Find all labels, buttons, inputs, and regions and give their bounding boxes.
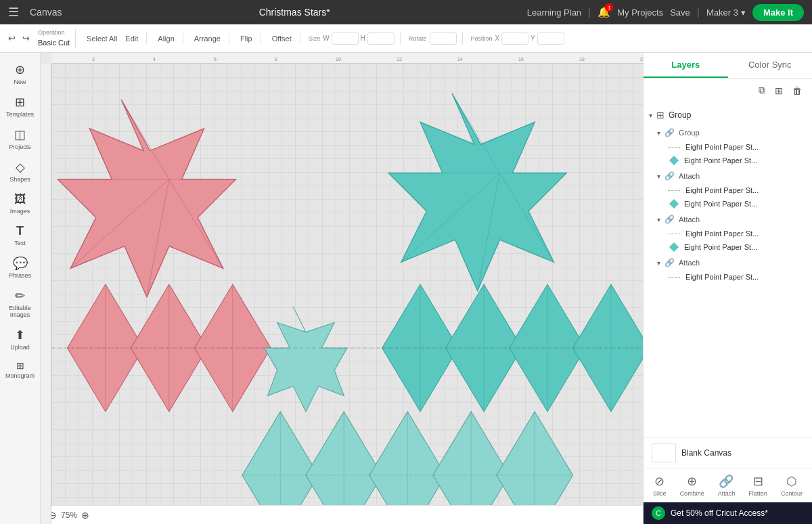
- edit-button[interactable]: Edit: [122, 33, 141, 44]
- layer-item-3-1[interactable]: Eight Point Paper St...: [644, 227, 812, 240]
- ruler-mark-6: 6: [214, 57, 217, 62]
- zoom-in-button[interactable]: ⊕: [81, 510, 89, 521]
- attach-chevron-2-icon: ▾: [657, 173, 660, 180]
- select-all-button[interactable]: Select All: [84, 33, 120, 44]
- right-tabs: Layers Color Sync: [644, 53, 812, 79]
- attach-label-2: Attach: [679, 172, 700, 180]
- make-it-button[interactable]: Make It: [752, 4, 804, 21]
- position-label: Position: [471, 35, 493, 42]
- duplicate-layer-button[interactable]: ⧉: [757, 83, 767, 98]
- combine-action[interactable]: ⊕ Combine: [680, 474, 704, 497]
- attach-header-4[interactable]: ▾ 🔗 Attach: [644, 255, 812, 270]
- sidebar-item-phrases[interactable]: 💬 Phrases: [3, 252, 38, 283]
- offset-button[interactable]: Offset: [269, 33, 294, 44]
- sidebar-item-upload[interactable]: ⬆ Upload: [3, 324, 38, 355]
- zoom-bar: ⊖ 75% ⊕: [41, 505, 643, 524]
- layer-item-2-1[interactable]: Eight Point Paper St...: [644, 183, 812, 197]
- ruler-mark-8: 8: [275, 57, 277, 62]
- menu-icon[interactable]: ☰: [8, 5, 19, 20]
- rotate-label: Rotate: [409, 35, 427, 42]
- attach-action[interactable]: 🔗 Attach: [718, 474, 736, 497]
- my-projects-link[interactable]: My Projects: [617, 7, 663, 18]
- flip-button[interactable]: Flip: [238, 33, 255, 44]
- ruler-mark-12: 12: [397, 57, 402, 62]
- phrases-icon: 💬: [13, 256, 28, 271]
- attach-chevron-3-icon: ▾: [657, 216, 660, 223]
- dashed-line-icon-3: [668, 234, 680, 234]
- size-h-input[interactable]: [367, 32, 394, 45]
- ruler-left: [41, 64, 51, 524]
- layer-item-3-2[interactable]: Eight Point Paper St...: [644, 240, 812, 254]
- sidebar-item-monogram[interactable]: ⊞ Monogram: [3, 356, 38, 383]
- topbar: ☰ Canvas Christmas Stars* Learning Plan …: [0, 0, 812, 24]
- size-w-input[interactable]: [332, 32, 359, 45]
- canvas-content[interactable]: [51, 64, 643, 505]
- delete-layer-button[interactable]: 🗑: [790, 83, 804, 98]
- arrange-section: Arrange: [191, 33, 229, 44]
- sidebar-item-text[interactable]: T Text: [3, 220, 38, 250]
- promo-banner[interactable]: C Get 50% off Cricut Access*: [644, 502, 812, 524]
- sidebar-item-editable-images[interactable]: ✏ Editable Images: [3, 284, 38, 322]
- operation-value: Basic Cut: [38, 39, 70, 47]
- editable-images-icon: ✏: [15, 288, 25, 303]
- undo-button[interactable]: ↩: [5, 32, 18, 45]
- group-icon: ⊞: [656, 110, 664, 121]
- layers-panel: ▾ ⊞ Group ▾ 🔗 Group Eight Point Paper St…: [644, 102, 812, 437]
- slice-action[interactable]: ⊘ Slice: [653, 474, 667, 497]
- layer-item-label-1-2: Eight Point Paper St...: [684, 156, 757, 165]
- offset-section: Offset: [269, 33, 300, 44]
- contour-icon: ⬡: [786, 474, 797, 489]
- sidebar-item-templates[interactable]: ⊞ Templates: [3, 91, 38, 122]
- attach-header-3[interactable]: ▾ 🔗 Attach: [644, 212, 812, 227]
- sidebar-item-shapes[interactable]: ◇ Shapes: [3, 156, 38, 187]
- learning-plan-link[interactable]: Learning Plan: [527, 7, 581, 18]
- group-layer-button[interactable]: ⊞: [773, 83, 785, 98]
- sidebar-item-projects[interactable]: ◫ Projects: [3, 123, 38, 154]
- tab-color-sync[interactable]: Color Sync: [728, 53, 813, 78]
- attach-label-4: Attach: [679, 259, 700, 267]
- contour-action[interactable]: ⬡ Contour: [781, 474, 803, 497]
- main-area: ⊕ New ⊞ Templates ◫ Projects ◇ Shapes 🖼 …: [0, 53, 812, 524]
- pos-y-input[interactable]: [537, 32, 564, 45]
- attach-group-4: ▾ 🔗 Attach Eight Point Paper St...: [644, 255, 812, 284]
- redo-button[interactable]: ↪: [20, 32, 32, 45]
- notification-badge: 1: [605, 3, 613, 12]
- layer-item-1-2[interactable]: Eight Point Paper St...: [644, 154, 812, 167]
- pos-x-input[interactable]: [501, 32, 528, 45]
- ruler-mark-18: 18: [579, 57, 585, 62]
- ruler-mark-10: 10: [336, 57, 341, 62]
- machine-selector[interactable]: Maker 3 ▾: [706, 7, 746, 18]
- slice-icon: ⊘: [654, 474, 664, 489]
- layer-item-2-2[interactable]: Eight Point Paper St...: [644, 197, 812, 211]
- sidebar-item-images[interactable]: 🖼 Images: [3, 188, 38, 219]
- blank-canvas-thumbnail: [652, 443, 676, 462]
- projects-icon: ◫: [14, 127, 26, 142]
- attach-chevron-1-icon: ▾: [657, 129, 660, 137]
- align-button[interactable]: Align: [155, 33, 177, 44]
- plus-icon: ⊕: [15, 62, 25, 77]
- blank-canvas-row: Blank Canvas: [644, 437, 812, 468]
- layer-item-4-1[interactable]: Eight Point Paper St...: [644, 270, 812, 284]
- layer-item-1-1[interactable]: Eight Point Paper St...: [644, 140, 812, 154]
- arrange-button[interactable]: Arrange: [191, 33, 223, 44]
- sidebar-item-new-label: New: [14, 79, 26, 85]
- sidebar-item-phrases-label: Phrases: [9, 272, 31, 279]
- layer-group: ▾ ⊞ Group ▾ 🔗 Group Eight Point Paper St…: [644, 106, 812, 284]
- sidebar-item-upload-label: Upload: [10, 344, 30, 351]
- attach-link-3-icon: 🔗: [664, 215, 675, 224]
- attach-header-1[interactable]: ▾ 🔗 Group: [644, 125, 812, 140]
- attach-label-3: Attach: [679, 215, 700, 223]
- layer-item-label-2-1: Eight Point Paper St...: [685, 186, 759, 194]
- attach-header-2[interactable]: ▾ 🔗 Attach: [644, 169, 812, 183]
- layer-group-header[interactable]: ▾ ⊞ Group: [644, 106, 812, 124]
- pos-y-label: Y: [531, 35, 535, 42]
- notification-bell[interactable]: 🔔 1: [597, 6, 610, 18]
- size-section: Size W H: [309, 32, 401, 45]
- flatten-action[interactable]: ⊟ Flatten: [748, 474, 767, 497]
- tab-layers[interactable]: Layers: [644, 53, 728, 78]
- topbar-right: Learning Plan | 🔔 1 My Projects Save | M…: [527, 4, 804, 21]
- sidebar-item-new[interactable]: ⊕ New: [3, 58, 38, 89]
- rotate-input[interactable]: [430, 32, 457, 45]
- combine-icon: ⊕: [687, 474, 697, 489]
- save-link[interactable]: Save: [670, 7, 690, 18]
